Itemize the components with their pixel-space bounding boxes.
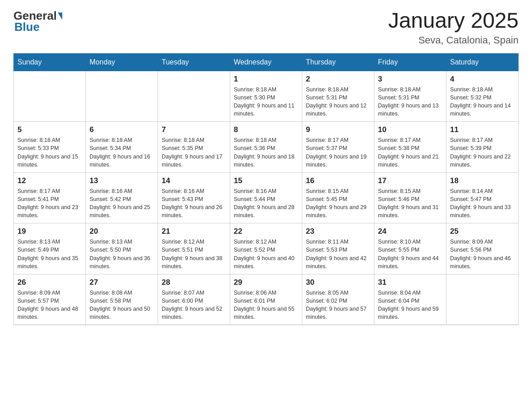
calendar-cell: 6Sunrise: 8:18 AMSunset: 5:34 PMDaylight… [86,122,158,173]
weekday-header-sunday: Sunday [14,53,86,71]
calendar-cell: 27Sunrise: 8:08 AMSunset: 5:58 PMDayligh… [86,274,158,325]
calendar-week-4: 19Sunrise: 8:13 AMSunset: 5:49 PMDayligh… [14,223,519,274]
day-number: 31 [378,278,442,287]
day-info: Sunrise: 8:11 AMSunset: 5:53 PMDaylight:… [306,238,370,270]
location-title: Seva, Catalonia, Spain [388,34,519,46]
day-info: Sunrise: 8:18 AMSunset: 5:34 PMDaylight:… [90,136,154,169]
day-info: Sunrise: 8:18 AMSunset: 5:32 PMDaylight:… [450,86,515,118]
calendar-cell: 12Sunrise: 8:17 AMSunset: 5:41 PMDayligh… [14,172,86,223]
weekday-header-monday: Monday [86,53,158,71]
day-info: Sunrise: 8:16 AMSunset: 5:44 PMDaylight:… [234,187,298,220]
day-number: 13 [90,176,154,185]
day-number: 26 [17,278,82,287]
calendar-cell: 7Sunrise: 8:18 AMSunset: 5:35 PMDaylight… [158,122,230,173]
day-info: Sunrise: 8:05 AMSunset: 6:02 PMDaylight:… [306,289,370,321]
day-number: 27 [90,278,154,287]
calendar-week-1: 1Sunrise: 8:18 AMSunset: 5:30 PMDaylight… [14,71,519,122]
month-title: January 2025 [388,9,519,33]
day-number: 12 [17,176,82,185]
weekday-header-tuesday: Tuesday [158,53,230,71]
calendar-cell: 4Sunrise: 8:18 AMSunset: 5:32 PMDaylight… [446,71,519,122]
day-number: 4 [450,75,515,84]
day-number: 9 [306,125,370,134]
day-info: Sunrise: 8:16 AMSunset: 5:42 PMDaylight:… [90,187,154,220]
day-number: 8 [234,125,298,134]
day-info: Sunrise: 8:09 AMSunset: 5:57 PMDaylight:… [17,289,82,321]
weekday-header-friday: Friday [374,53,446,71]
calendar-cell: 26Sunrise: 8:09 AMSunset: 5:57 PMDayligh… [14,274,86,325]
calendar-cell: 30Sunrise: 8:05 AMSunset: 6:02 PMDayligh… [302,274,374,325]
day-number: 10 [378,125,442,134]
calendar-cell: 24Sunrise: 8:10 AMSunset: 5:55 PMDayligh… [374,223,446,274]
calendar-cell: 3Sunrise: 8:18 AMSunset: 5:31 PMDaylight… [374,71,446,122]
day-number: 1 [234,75,298,84]
day-number: 20 [90,227,154,236]
title-area: January 2025 Seva, Catalonia, Spain [388,9,519,46]
calendar-cell: 10Sunrise: 8:17 AMSunset: 5:38 PMDayligh… [374,122,446,173]
calendar-cell [446,274,519,325]
day-info: Sunrise: 8:17 AMSunset: 5:38 PMDaylight:… [378,136,442,169]
day-number: 16 [306,176,370,185]
logo: General Blue [13,9,63,34]
day-info: Sunrise: 8:17 AMSunset: 5:41 PMDaylight:… [17,187,82,220]
calendar-cell: 17Sunrise: 8:15 AMSunset: 5:46 PMDayligh… [374,172,446,223]
day-number: 19 [17,227,82,236]
day-info: Sunrise: 8:06 AMSunset: 6:01 PMDaylight:… [234,289,298,321]
day-number: 22 [234,227,298,236]
calendar-cell: 19Sunrise: 8:13 AMSunset: 5:49 PMDayligh… [14,223,86,274]
day-info: Sunrise: 8:18 AMSunset: 5:36 PMDaylight:… [234,136,298,169]
day-number: 7 [162,125,226,134]
calendar-cell: 23Sunrise: 8:11 AMSunset: 5:53 PMDayligh… [302,223,374,274]
weekday-header-wednesday: Wednesday [230,53,302,71]
day-number: 15 [234,176,298,185]
day-info: Sunrise: 8:13 AMSunset: 5:50 PMDaylight:… [90,238,154,270]
day-info: Sunrise: 8:18 AMSunset: 5:31 PMDaylight:… [378,86,442,118]
calendar-cell: 16Sunrise: 8:15 AMSunset: 5:45 PMDayligh… [302,172,374,223]
calendar-body: 1Sunrise: 8:18 AMSunset: 5:30 PMDaylight… [14,71,519,325]
day-info: Sunrise: 8:17 AMSunset: 5:39 PMDaylight:… [450,136,515,169]
day-number: 30 [306,278,370,287]
day-number: 24 [378,227,442,236]
day-info: Sunrise: 8:17 AMSunset: 5:37 PMDaylight:… [306,136,370,169]
day-info: Sunrise: 8:13 AMSunset: 5:49 PMDaylight:… [17,238,82,270]
calendar-cell: 8Sunrise: 8:18 AMSunset: 5:36 PMDaylight… [230,122,302,173]
calendar-cell: 25Sunrise: 8:09 AMSunset: 5:56 PMDayligh… [446,223,519,274]
calendar-table: SundayMondayTuesdayWednesdayThursdayFrid… [13,53,519,325]
day-info: Sunrise: 8:08 AMSunset: 5:58 PMDaylight:… [90,289,154,321]
calendar-cell: 2Sunrise: 8:18 AMSunset: 5:31 PMDaylight… [302,71,374,122]
page-header: General Blue January 2025 Seva, Cataloni… [13,9,519,46]
calendar-cell [158,71,230,122]
day-number: 14 [162,176,226,185]
logo-blue-text: Blue [14,20,39,34]
calendar-week-3: 12Sunrise: 8:17 AMSunset: 5:41 PMDayligh… [14,172,519,223]
day-number: 11 [450,125,515,134]
calendar-cell: 20Sunrise: 8:13 AMSunset: 5:50 PMDayligh… [86,223,158,274]
calendar-cell: 13Sunrise: 8:16 AMSunset: 5:42 PMDayligh… [86,172,158,223]
calendar-cell: 29Sunrise: 8:06 AMSunset: 6:01 PMDayligh… [230,274,302,325]
calendar-cell: 28Sunrise: 8:07 AMSunset: 6:00 PMDayligh… [158,274,230,325]
calendar-cell: 11Sunrise: 8:17 AMSunset: 5:39 PMDayligh… [446,122,519,173]
calendar-cell: 5Sunrise: 8:18 AMSunset: 5:33 PMDaylight… [14,122,86,173]
day-info: Sunrise: 8:07 AMSunset: 6:00 PMDaylight:… [162,289,226,321]
calendar-cell [14,71,86,122]
weekday-header-saturday: Saturday [446,53,519,71]
weekday-header-thursday: Thursday [302,53,374,71]
calendar-cell: 22Sunrise: 8:12 AMSunset: 5:52 PMDayligh… [230,223,302,274]
day-info: Sunrise: 8:04 AMSunset: 6:04 PMDaylight:… [378,289,442,321]
day-number: 17 [378,176,442,185]
day-number: 28 [162,278,226,287]
logo-triangle-icon [58,13,62,20]
day-number: 18 [450,176,515,185]
day-info: Sunrise: 8:12 AMSunset: 5:51 PMDaylight:… [162,238,226,270]
day-number: 21 [162,227,226,236]
calendar-cell [86,71,158,122]
calendar-cell: 1Sunrise: 8:18 AMSunset: 5:30 PMDaylight… [230,71,302,122]
day-info: Sunrise: 8:18 AMSunset: 5:31 PMDaylight:… [306,86,370,118]
calendar-cell: 9Sunrise: 8:17 AMSunset: 5:37 PMDaylight… [302,122,374,173]
day-info: Sunrise: 8:15 AMSunset: 5:45 PMDaylight:… [306,187,370,220]
calendar-week-5: 26Sunrise: 8:09 AMSunset: 5:57 PMDayligh… [14,274,519,325]
day-number: 29 [234,278,298,287]
day-number: 3 [378,75,442,84]
day-info: Sunrise: 8:14 AMSunset: 5:47 PMDaylight:… [450,187,515,220]
day-number: 2 [306,75,370,84]
